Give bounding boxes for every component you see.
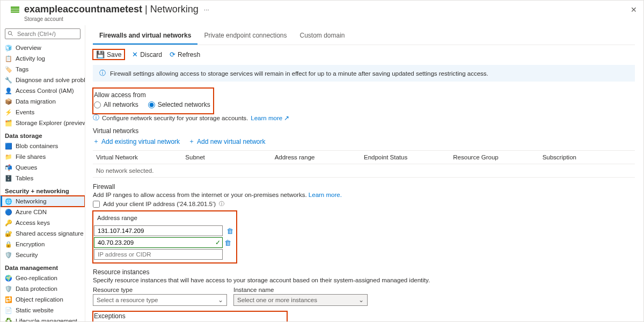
resource-type-label: Resource type: [93, 287, 227, 293]
svg-rect-3: [11, 11, 19, 12]
nav-blob-containers[interactable]: 🟦Blob containers: [1, 141, 85, 151]
log-icon: 📋: [5, 55, 12, 62]
resource-instances-desc: Specify resource instances that will hav…: [93, 277, 635, 283]
networking-icon: 🌐: [5, 197, 12, 205]
nav-object-replication[interactable]: 🔁Object replication: [1, 294, 85, 305]
nav-lifecycle[interactable]: ♻️Lifecycle management: [1, 316, 85, 321]
table-icon: 🗄️: [5, 174, 12, 182]
overview-icon: 🧊: [5, 44, 12, 52]
queue-icon: 📬: [5, 164, 12, 171]
vnet-heading: Virtual networks: [93, 127, 635, 135]
sas-icon: 🔐: [5, 230, 12, 237]
plus-icon: ＋: [93, 137, 99, 146]
nav-azure-cdn[interactable]: 🔵Azure CDN: [1, 207, 85, 217]
lifecycle-icon: ♻️: [5, 317, 12, 321]
radio-selected-networks[interactable]: Selected networks: [148, 101, 210, 108]
explorer-icon: 🗂️: [5, 119, 12, 127]
save-icon: 💾: [96, 50, 105, 58]
firewall-learn-more[interactable]: Learn more.: [309, 192, 342, 198]
info-icon[interactable]: ⓘ: [279, 321, 284, 321]
chevron-down-icon: ⌄: [218, 296, 223, 304]
tag-icon: 🏷️: [5, 65, 12, 73]
nav-tables[interactable]: 🗄️Tables: [1, 173, 85, 184]
geo-icon: 🌍: [5, 274, 12, 282]
nav-queues[interactable]: 📬Queues: [1, 162, 85, 173]
nav-tags[interactable]: 🏷️Tags: [1, 64, 85, 75]
events-icon: ⚡: [5, 108, 12, 116]
plus-icon: ＋: [188, 137, 195, 146]
nav-geo-replication[interactable]: 🌍Geo-replication: [1, 273, 85, 283]
svg-rect-1: [11, 6, 19, 8]
firewall-desc: Add IP ranges to allow access from the i…: [93, 192, 635, 198]
firewall-heading: Firewall: [93, 183, 635, 191]
search-icon: [8, 31, 13, 36]
protection-icon: 🛡️: [5, 285, 12, 292]
tab-firewalls[interactable]: Firewalls and virtual networks: [93, 27, 197, 45]
instance-name-select: Select one or more instances⌄: [233, 294, 368, 306]
learn-more-link[interactable]: Learn more ↗: [251, 114, 289, 122]
allow-access-label: Allow access from: [94, 91, 210, 99]
nav-security[interactable]: 🛡️Security: [1, 250, 85, 260]
vnet-table-header: Virtual NetworkSubnetAddress rangeEndpoi…: [93, 150, 635, 164]
nav-overview[interactable]: 🧊Overview: [1, 42, 85, 53]
cdn-icon: 🔵: [5, 208, 12, 216]
nav-data-protection[interactable]: 🛡️Data protection: [1, 283, 85, 294]
nav-encryption[interactable]: 🔒Encryption: [1, 239, 85, 250]
iam-icon: 👤: [5, 87, 12, 94]
vnet-empty: No network selected.: [93, 164, 635, 178]
group-security: Security + networking: [1, 184, 85, 196]
refresh-button[interactable]: ⟳Refresh: [170, 50, 200, 58]
save-button[interactable]: 💾Save: [93, 49, 125, 60]
security-icon: 🛡️: [5, 251, 12, 259]
nav-activity-log[interactable]: 📋Activity log: [1, 53, 85, 64]
radio-all-networks[interactable]: All networks: [94, 101, 138, 108]
exception-trusted-checkbox[interactable]: [94, 321, 101, 322]
key-icon: 🔑: [5, 219, 12, 226]
svg-point-4: [8, 31, 11, 34]
address-range-label: Address range: [94, 211, 236, 224]
instance-name-label: Instance name: [233, 287, 368, 293]
nav-sas[interactable]: 🔐Shared access signature: [1, 228, 85, 239]
nav-access-keys[interactable]: 🔑Access keys: [1, 217, 85, 228]
search-input[interactable]: [5, 28, 80, 39]
delete-ip-2[interactable]: 🗑: [224, 239, 231, 247]
resource-type-select[interactable]: Select a resource type⌄: [93, 294, 227, 306]
nav-networking[interactable]: 🌐Networking: [1, 196, 85, 207]
discard-button[interactable]: ✕Discard: [132, 50, 162, 58]
nav-static-website[interactable]: 📄Static website: [1, 305, 85, 316]
ip-input-1[interactable]: [94, 225, 223, 236]
add-client-ip-label: Add your client IP address ('24.18.201.5…: [103, 201, 216, 207]
svg-rect-2: [11, 9, 19, 10]
add-new-vnet[interactable]: ＋Add new virtual network: [188, 137, 265, 146]
nav-storage-explorer[interactable]: 🗂️Storage Explorer (preview): [1, 118, 85, 128]
nav-events[interactable]: ⚡Events: [1, 107, 85, 118]
resource-type-label: Storage account: [1, 16, 643, 25]
close-button[interactable]: ✕: [631, 5, 637, 14]
files-icon: 📁: [5, 153, 12, 160]
nav-diagnose[interactable]: 🔧Diagnose and solve problems: [1, 75, 85, 85]
info-icon[interactable]: ⓘ: [219, 200, 224, 208]
delete-ip-1[interactable]: 🗑: [226, 227, 233, 235]
resource-instances-heading: Resource instances: [93, 268, 635, 276]
nav-data-migration[interactable]: 📦Data migration: [1, 96, 85, 107]
tab-private-endpoints[interactable]: Private endpoint connections: [197, 27, 293, 45]
exceptions-heading: Exceptions: [94, 312, 284, 320]
more-menu[interactable]: ···: [204, 6, 209, 13]
chevron-down-icon: ⌄: [358, 296, 364, 304]
nav-iam[interactable]: 👤Access Control (IAM): [1, 85, 85, 96]
external-icon: ↗: [284, 115, 289, 121]
migration-icon: 📦: [5, 98, 12, 105]
tab-custom-domain[interactable]: Custom domain: [294, 27, 352, 45]
add-client-ip-checkbox[interactable]: [93, 201, 100, 208]
diagnose-icon: 🔧: [5, 76, 12, 84]
ip-input-new[interactable]: [94, 249, 223, 260]
info-banner: ⓘ Firewall settings allowing access to s…: [93, 65, 635, 82]
group-data-mgmt: Data management: [1, 260, 85, 273]
website-icon: 📄: [5, 306, 12, 314]
nav-file-shares[interactable]: 📁File shares: [1, 151, 85, 162]
blob-icon: 🟦: [5, 142, 12, 150]
group-data-storage: Data storage: [1, 128, 85, 141]
add-existing-vnet[interactable]: ＋Add existing virtual network: [93, 137, 180, 146]
discard-icon: ✕: [132, 50, 138, 58]
ip-input-2[interactable]: [94, 237, 223, 248]
